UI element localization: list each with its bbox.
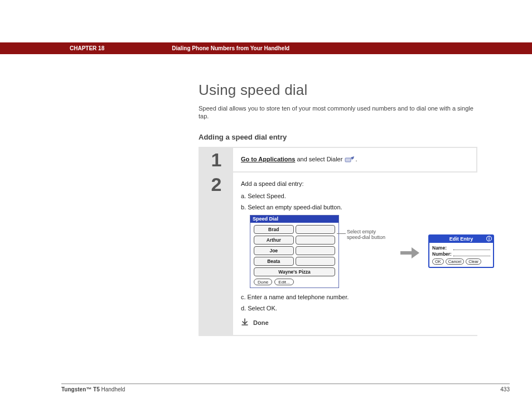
svg-rect-0 <box>345 158 351 162</box>
page-number: 433 <box>500 386 510 392</box>
page-footer: Tungsten™ T5 Handheld 433 <box>61 384 510 392</box>
cancel-button[interactable]: Cancel <box>446 258 464 265</box>
step2-list-cd: c. Enter a name and telephone number. d.… <box>241 294 494 312</box>
step-number: 1 <box>200 148 233 171</box>
step-row-1: 1 Go to Applications and select Dialer . <box>200 148 476 171</box>
step2-item-c: c. Enter a name and telephone number. <box>241 294 494 300</box>
info-icon[interactable]: ⓘ <box>486 236 492 242</box>
number-field-row: Number: <box>432 251 490 257</box>
name-label: Name: <box>432 245 453 251</box>
step-number: 2 <box>200 173 233 335</box>
edit-entry-buttons: OK Cancel Clear <box>432 258 490 265</box>
speed-dial-body: Brad Arthur Joe Beata Wayne's Pizza <box>250 223 338 288</box>
intro-text: Speed dial allows you to store ten of yo… <box>199 104 477 121</box>
goto-applications-link[interactable]: Go to Applications <box>241 156 295 162</box>
speed-dial-entry[interactable]: Arthur <box>254 236 294 245</box>
arrow-icon <box>399 246 420 261</box>
clear-button[interactable]: Clear <box>466 258 481 265</box>
product-name-bold: Tungsten™ T5 <box>61 386 100 392</box>
edit-entry-titlebar: Edit Entry ⓘ <box>429 236 493 243</box>
section-heading: Adding a speed dial entry <box>199 133 509 141</box>
step2-item-b: b. Select an empty speed-dial button. <box>241 204 494 210</box>
steps-container: 1 Go to Applications and select Dialer .… <box>199 147 477 336</box>
speed-dial-entry[interactable]: Joe <box>254 246 294 255</box>
step1-text-b: . <box>355 156 357 162</box>
step2-item-a: a. Select Speed. <box>241 193 494 199</box>
callout-text: Select empty speed-dial button <box>347 229 391 241</box>
step-row-2: 2 Add a speed dial entry: a. Select Spee… <box>200 173 476 335</box>
chapter-header: CHAPTER 18 Dialing Phone Numbers from Yo… <box>0 42 532 54</box>
step-body-2: Add a speed dial entry: a. Select Speed.… <box>233 173 502 335</box>
done-button[interactable]: Done <box>254 279 272 285</box>
speed-dial-bottom-buttons: Done Edit... <box>254 279 335 285</box>
number-input[interactable] <box>453 251 490 256</box>
edit-entry-title: Edit Entry <box>449 236 473 242</box>
step-body-1: Go to Applications and select Dialer . <box>233 148 476 171</box>
edit-button[interactable]: Edit... <box>274 279 293 285</box>
speed-dial-entry[interactable]: Wayne's Pizza <box>254 267 335 276</box>
speed-dial-titlebar: Speed Dial <box>250 215 338 223</box>
speed-dial-title: Speed Dial <box>253 216 278 222</box>
speed-dial-panel: Speed Dial Brad Arthur Joe Beata <box>250 215 339 288</box>
speed-dial-entry[interactable]: Beata <box>254 257 294 266</box>
step2-list: a. Select Speed. b. Select an empty spee… <box>241 193 494 210</box>
done-arrow-icon <box>241 318 249 327</box>
speed-dial-entry[interactable]: Brad <box>254 225 294 234</box>
step2-item-d: d. Select OK. <box>241 305 494 312</box>
dialer-icon <box>344 156 355 164</box>
chapter-label: CHAPTER 18 <box>70 45 104 51</box>
product-name-rest: Handheld <box>100 386 125 392</box>
product-name: Tungsten™ T5 Handheld <box>61 386 125 392</box>
callout-leader-line <box>337 233 346 234</box>
edit-entry-panel: Edit Entry ⓘ Name: Number: <box>428 234 494 268</box>
speed-dial-grid: Brad Arthur Joe Beata Wayne's Pizza <box>254 225 335 276</box>
step2-lead: Add a speed dial entry: <box>241 180 494 187</box>
chapter-title: Dialing Phone Numbers from Your Handheld <box>172 45 289 51</box>
speed-dial-empty[interactable] <box>296 225 336 234</box>
name-input[interactable] <box>453 245 490 250</box>
step1-text-a: and select Dialer <box>295 156 344 162</box>
speed-dial-empty[interactable] <box>296 236 336 245</box>
done-marker: Done <box>241 318 494 327</box>
figure-row: Speed Dial Brad Arthur Joe Beata <box>250 215 494 288</box>
edit-entry-body: Name: Number: OK Cancel Clear <box>429 243 493 267</box>
callout-label: Select empty speed-dial button <box>347 229 385 241</box>
done-label: Done <box>253 319 269 326</box>
speed-dial-empty[interactable] <box>296 257 336 266</box>
ok-button[interactable]: OK <box>432 258 444 265</box>
page-title: Using speed dial <box>199 82 509 99</box>
main-content: Using speed dial Speed dial allows you t… <box>199 82 509 336</box>
speed-dial-empty[interactable] <box>296 246 336 255</box>
number-label: Number: <box>432 251 453 257</box>
name-field-row: Name: <box>432 245 490 251</box>
